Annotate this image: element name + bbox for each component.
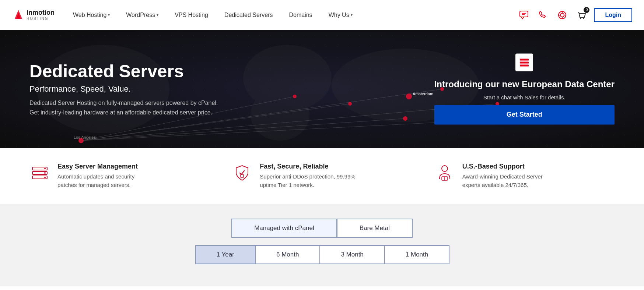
hero-description: Dedicated Server Hosting on fully-manage…	[29, 98, 228, 117]
support-icon	[557, 10, 567, 20]
feature-item-management: Easy Server Management Automatic updates…	[29, 163, 210, 189]
chat-icon	[519, 10, 529, 20]
nav-item-web-hosting[interactable]: Web Hosting ▾	[66, 0, 116, 30]
svg-point-16	[251, 89, 309, 141]
datacenter-icon	[515, 53, 533, 71]
duration-button-6month[interactable]: 6 Month	[255, 245, 320, 264]
feature-item-support: U.S.-Based Support Award-winning Dedicat…	[434, 163, 615, 189]
hero-content: Dedicated Servers Performance, Speed, Va…	[0, 43, 258, 135]
svg-rect-33	[520, 59, 529, 60]
nav-links: Web Hosting ▾ WordPress ▾ VPS Hosting De…	[66, 0, 517, 30]
hero-section: Amsterdam Los Angeles Dedicated Servers …	[0, 30, 644, 148]
hero-dc-badge	[515, 53, 533, 71]
logo-name: inmotion	[27, 9, 55, 17]
feature-text-management: Easy Server Management Automatic updates…	[57, 163, 153, 189]
login-button[interactable]: Login	[594, 8, 632, 22]
pricing-section: Managed with cPanel Bare Metal 1 Year 6 …	[0, 204, 644, 286]
chevron-down-icon: ▾	[108, 13, 110, 17]
svg-point-41	[44, 177, 46, 178]
hero-dc-subtitle: Start a chat with Sales for details.	[483, 95, 566, 101]
pricing-duration-buttons: 1 Year 6 Month 3 Month 1 Month	[195, 245, 449, 264]
svg-point-24	[403, 116, 407, 121]
nav-item-why-us[interactable]: Why Us ▾	[322, 0, 359, 30]
server-icon	[518, 56, 530, 68]
get-started-button[interactable]: Get Started	[434, 105, 615, 125]
hero-dc-title: Introducing our new European Data Center	[434, 78, 615, 90]
navbar: inmotion hosting Web Hosting ▾ WordPress…	[0, 0, 644, 30]
feature-item-security: Fast, Secure, Reliable Superior anti-DDo…	[232, 163, 412, 189]
support-person-icon	[434, 163, 455, 183]
chat-icon-button[interactable]	[517, 8, 531, 22]
feature-desc-support: Award-winning Dedicated Server experts a…	[462, 173, 558, 189]
svg-point-26	[348, 102, 352, 106]
svg-point-39	[44, 168, 46, 169]
chevron-down-icon: ▾	[157, 13, 158, 17]
nav-item-vps-hosting[interactable]: VPS Hosting	[168, 0, 215, 30]
duration-button-1month[interactable]: 1 Month	[384, 245, 449, 264]
server-management-icon	[29, 163, 50, 183]
logo[interactable]: inmotion hosting	[12, 8, 55, 22]
nav-item-dedicated-servers[interactable]: Dedicated Servers	[218, 0, 280, 30]
svg-rect-42	[241, 174, 244, 177]
svg-point-11	[580, 18, 581, 19]
svg-point-25	[293, 95, 297, 98]
cart-icon-button[interactable]: 0	[575, 8, 588, 22]
svg-point-43	[442, 166, 448, 171]
chevron-down-icon: ▾	[351, 13, 353, 17]
feature-title-management: Easy Server Management	[57, 163, 153, 170]
hero-subtitle: Performance, Speed, Value.	[29, 84, 228, 94]
security-icon	[232, 163, 252, 183]
feature-desc-security: Superior anti-DDoS protection, 99.99% up…	[260, 173, 356, 189]
cart-badge: 0	[584, 7, 589, 13]
nav-icons: 0 Login	[517, 8, 632, 22]
phone-icon-button[interactable]	[536, 8, 550, 22]
feature-desc-management: Automatic updates and security patches f…	[57, 173, 153, 189]
duration-button-1year[interactable]: 1 Year	[195, 245, 256, 264]
type-button-managed-cpanel[interactable]: Managed with cPanel	[231, 219, 337, 238]
svg-text:Los Angeles: Los Angeles	[74, 135, 96, 139]
duration-button-3month[interactable]: 3 Month	[319, 245, 385, 264]
feature-text-security: Fast, Secure, Reliable Superior anti-DDo…	[260, 163, 356, 189]
svg-point-40	[44, 172, 46, 174]
hero-title: Dedicated Servers	[29, 61, 228, 81]
svg-rect-34	[520, 61, 529, 63]
feature-text-support: U.S.-Based Support Award-winning Dedicat…	[462, 163, 558, 189]
svg-point-6	[560, 13, 564, 17]
support-icon-button[interactable]	[556, 8, 569, 22]
logo-sub: hosting	[27, 17, 55, 21]
svg-point-12	[583, 18, 584, 19]
phone-icon	[538, 10, 548, 20]
svg-rect-2	[520, 11, 528, 17]
logo-icon	[12, 8, 25, 22]
hero-right-panel: Introducing our new European Data Center…	[434, 53, 615, 124]
svg-rect-35	[520, 64, 529, 66]
type-button-bare-metal[interactable]: Bare Metal	[337, 219, 413, 238]
feature-title-support: U.S.-Based Support	[462, 163, 558, 170]
svg-text:Amsterdam: Amsterdam	[413, 92, 433, 96]
features-section: Easy Server Management Automatic updates…	[0, 148, 644, 204]
svg-point-30	[406, 93, 412, 99]
feature-title-security: Fast, Secure, Reliable	[260, 163, 356, 170]
nav-item-domains[interactable]: Domains	[282, 0, 319, 30]
pricing-type-buttons: Managed with cPanel Bare Metal	[231, 219, 413, 238]
nav-item-wordpress[interactable]: WordPress ▾	[119, 0, 165, 30]
